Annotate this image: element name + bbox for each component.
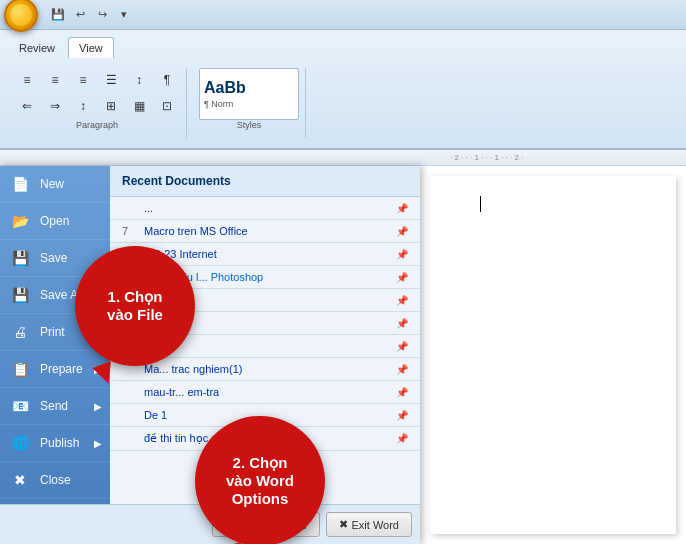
indent-right-btn[interactable]: ⇒ xyxy=(42,94,68,118)
callout-2-text: 2. Chọn vào Word Options xyxy=(226,454,294,508)
menu-item-print-label: Print xyxy=(40,325,65,339)
exit-word-button[interactable]: ✖ Exit Word xyxy=(326,512,412,537)
menu-item-save-label: Save xyxy=(40,251,67,265)
expand-btn[interactable]: ⊡ xyxy=(154,94,180,118)
callout-1: 1. Chọn vào File xyxy=(75,246,195,366)
doc-num: 7 xyxy=(122,225,138,237)
menu-item-publish-label: Publish xyxy=(40,436,79,450)
ribbon-group-styles: AaBb ¶ Norm Styles xyxy=(193,68,306,138)
ribbon-tabs: Review View xyxy=(0,30,686,58)
tab-view[interactable]: View xyxy=(68,37,114,58)
list-item[interactable]: 7 Macro tren MS Office 📌 xyxy=(110,220,420,243)
pin-icon[interactable]: 📌 xyxy=(396,410,408,421)
tab-review[interactable]: Review xyxy=(8,37,66,58)
title-bar: 💾 ↩ ↪ ▾ xyxy=(0,0,686,30)
menu-item-open-label: Open xyxy=(40,214,69,228)
new-icon: 📄 xyxy=(8,172,32,196)
ribbon-content: ≡ ≡ ≡ ☰ ↕ ¶ ⇐ ⇒ ↕ ⊞ ▦ ⊡ Paragraph AaBb xyxy=(0,58,686,148)
paragraph-label: Paragraph xyxy=(76,120,118,130)
list-item[interactable]: ... 📌 xyxy=(110,197,420,220)
print-icon: 🖨 xyxy=(8,320,32,344)
prepare-icon: 📋 xyxy=(8,357,32,381)
justify-btn[interactable]: ☰ xyxy=(98,68,124,92)
send-icon: 📧 xyxy=(8,394,32,418)
align-left-btn[interactable]: ≡ xyxy=(14,68,40,92)
pin-icon[interactable]: 📌 xyxy=(396,318,408,329)
pin-icon[interactable]: 📌 xyxy=(396,341,408,352)
pin-icon[interactable]: 📌 xyxy=(396,364,408,375)
align-center-btn[interactable]: ≡ xyxy=(42,68,68,92)
redo-btn[interactable]: ↪ xyxy=(92,5,112,25)
shading-btn[interactable]: ▦ xyxy=(126,94,152,118)
menu-item-send-label: Send xyxy=(40,399,68,413)
pin-icon[interactable]: 📌 xyxy=(396,226,408,237)
styles-label: Styles xyxy=(237,120,262,130)
menu-item-open[interactable]: 📂 Open xyxy=(0,203,110,240)
menu-item-close-label: Close xyxy=(40,473,71,487)
sort-btn[interactable]: ↕ xyxy=(70,94,96,118)
callout-2: 2. Chọn vào Word Options xyxy=(195,416,325,544)
pin-icon[interactable]: 📌 xyxy=(396,203,408,214)
ribbon: Review View ≡ ≡ ≡ ☰ ↕ ¶ ⇐ ⇒ ↕ ⊞ ▦ ⊡ Para… xyxy=(0,30,686,150)
text-cursor xyxy=(480,196,481,212)
recent-docs-header: Recent Documents xyxy=(110,166,420,197)
align-right-btn[interactable]: ≡ xyxy=(70,68,96,92)
doc-name: De 1 xyxy=(144,409,167,421)
doc-name: mau-tr... em-tra xyxy=(144,386,219,398)
exit-word-label: Exit Word xyxy=(352,519,399,531)
menu-item-new[interactable]: 📄 New xyxy=(0,166,110,203)
main-layout: 📄 New 📂 Open 💾 Save 💾 Save As ▶ 🖨 Print … xyxy=(0,166,686,544)
send-arrow: ▶ xyxy=(94,401,102,412)
line-spacing-btn[interactable]: ↕ xyxy=(126,68,152,92)
office-button[interactable] xyxy=(4,0,38,32)
document-page[interactable] xyxy=(430,176,676,534)
style-preview-text: AaBb xyxy=(204,79,246,97)
dropdown-btn[interactable]: ▾ xyxy=(114,5,134,25)
pin-icon[interactable]: 📌 xyxy=(396,387,408,398)
office-logo xyxy=(10,4,32,26)
pin-icon[interactable]: 📌 xyxy=(396,433,408,444)
publish-icon: 🌐 xyxy=(8,431,32,455)
indent-left-btn[interactable]: ⇐ xyxy=(14,94,40,118)
pin-icon[interactable]: 📌 xyxy=(396,249,408,260)
ruler: · 2 · · · 1 · · · 1 · · · 2 · xyxy=(0,150,686,166)
callout-1-text: 1. Chọn vào File xyxy=(107,288,163,324)
paragraph-buttons: ≡ ≡ ≡ ☰ ↕ ¶ xyxy=(14,68,180,92)
doc-name: ... xyxy=(144,202,153,214)
list-item[interactable]: mau-tr... em-tra 📌 xyxy=(110,381,420,404)
menu-item-prepare-label: Prepare xyxy=(40,362,83,376)
pilcrow-btn[interactable]: ¶ xyxy=(154,68,180,92)
save-as-icon: 💾 xyxy=(8,283,32,307)
exit-word-icon: ✖ xyxy=(339,518,348,531)
styles-preview[interactable]: AaBb ¶ Norm xyxy=(199,68,299,120)
save-icon: 💾 xyxy=(8,246,32,270)
paragraph-buttons-2: ⇐ ⇒ ↕ ⊞ ▦ ⊡ xyxy=(14,94,180,118)
menu-item-publish[interactable]: 🌐 Publish ▶ xyxy=(0,425,110,462)
close-icon: ✖ xyxy=(8,468,32,492)
open-icon: 📂 xyxy=(8,209,32,233)
menu-item-close[interactable]: ✖ Close xyxy=(0,462,110,499)
ribbon-group-paragraph: ≡ ≡ ≡ ☰ ↕ ¶ ⇐ ⇒ ↕ ⊞ ▦ ⊡ Paragraph xyxy=(8,68,187,138)
doc-name: Ma... trac nghiem(1) xyxy=(144,363,242,375)
pin-icon[interactable]: 📌 xyxy=(396,295,408,306)
menu-item-send[interactable]: 📧 Send ▶ xyxy=(0,388,110,425)
menu-item-new-label: New xyxy=(40,177,64,191)
save-quick-btn[interactable]: 💾 xyxy=(48,5,68,25)
publish-arrow: ▶ xyxy=(94,438,102,449)
document-area xyxy=(420,166,686,544)
style-preview-label: ¶ Norm xyxy=(204,99,246,109)
border-btn[interactable]: ⊞ xyxy=(98,94,124,118)
doc-name: Macro tren MS Office xyxy=(144,225,248,237)
pin-icon[interactable]: 📌 xyxy=(396,272,408,283)
quick-access-toolbar: 💾 ↩ ↪ ▾ xyxy=(48,5,134,25)
undo-btn[interactable]: ↩ xyxy=(70,5,90,25)
